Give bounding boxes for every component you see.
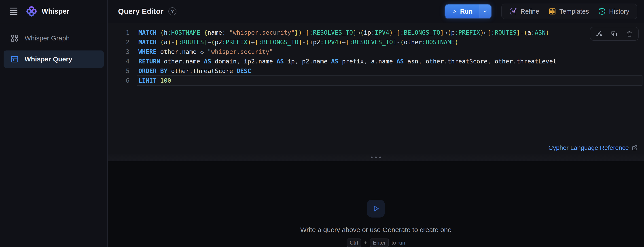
templates-label: Templates	[560, 8, 589, 15]
history-icon	[598, 7, 606, 15]
line-number: 2	[108, 37, 134, 47]
copy-icon	[611, 30, 618, 37]
ctrl-key: Ctrl	[346, 239, 361, 247]
code-line[interactable]: 2MATCH (a)-[:ROUTES]→(p2:PREFIX)←[:BELON…	[108, 37, 644, 47]
code-line[interactable]: 3WHERE other.name ◇ "whisper.security"	[108, 47, 644, 56]
sidebar-item-label: Whisper Query	[24, 55, 72, 63]
graph-nodes-icon	[10, 34, 19, 42]
delete-button[interactable]	[626, 30, 633, 37]
sidebar-item-whisper-graph[interactable]: Whisper Graph	[4, 29, 104, 47]
code-text[interactable]: ORDER BY other.threatScore DESC	[137, 66, 642, 76]
broom-icon	[596, 30, 602, 37]
history-button[interactable]: History	[594, 4, 634, 19]
line-number: 6	[108, 76, 134, 85]
main-area: Query Editor ? Run	[108, 0, 644, 247]
sidebar-nav: Whisper Graph Whisper Query	[0, 23, 107, 68]
toolbar-group: AI Refine Templates	[501, 3, 637, 19]
help-icon[interactable]: ?	[168, 7, 176, 15]
code-line[interactable]: 6LIMIT 100	[108, 76, 644, 85]
header-divider	[496, 6, 496, 16]
code-text[interactable]: LIMIT 100	[137, 76, 642, 85]
sidebar-item-whisper-query[interactable]: Whisper Query	[4, 50, 104, 68]
plus-sign: +	[364, 240, 367, 246]
templates-button[interactable]: Templates	[544, 4, 594, 19]
table-icon	[548, 7, 556, 15]
run-empty-state-button[interactable]	[367, 200, 385, 218]
code-lines: 1MATCH (h:HOSTNAME {name: "whisper.secur…	[108, 23, 644, 85]
cypher-reference-label: Cypher Language Reference	[548, 144, 629, 151]
enter-key: Enter	[370, 239, 389, 247]
pane-splitter-handle[interactable]	[108, 154, 644, 161]
run-shortcut-hint: Ctrl + Enter to run	[346, 239, 405, 247]
terminal-window-icon	[10, 55, 19, 63]
external-link-icon	[632, 145, 638, 151]
svg-text:AI: AI	[512, 9, 515, 13]
run-button[interactable]: Run	[445, 4, 479, 18]
sidebar-header: Whisper	[0, 0, 107, 23]
query-editor-pane[interactable]: 1MATCH (h:HOSTNAME {name: "whisper.secur…	[108, 23, 644, 161]
line-number: 3	[108, 47, 134, 56]
run-options-button[interactable]	[479, 4, 491, 18]
trash-icon	[626, 30, 633, 37]
line-number: 1	[108, 28, 134, 37]
code-line[interactable]: 5ORDER BY other.threatScore DESC	[108, 66, 644, 76]
run-label: Run	[460, 8, 472, 15]
chevron-down-icon	[483, 9, 488, 14]
editor-actions	[590, 27, 639, 41]
code-line[interactable]: 1MATCH (h:HOSTNAME {name: "whisper.secur…	[108, 28, 644, 37]
empty-state-text: Write a query above or use Generate to c…	[300, 226, 452, 234]
title-wrap: Query Editor ?	[118, 7, 445, 16]
menu-icon[interactable]	[9, 7, 18, 16]
line-number: 4	[108, 56, 134, 66]
shortcut-suffix: to run	[392, 240, 405, 246]
header-actions: Run	[445, 3, 637, 19]
whisper-logo-icon	[26, 6, 37, 16]
code-text[interactable]: RETURN other.name AS domain, ip2.name AS…	[137, 56, 642, 66]
refine-button[interactable]: AI Refine	[505, 4, 544, 19]
play-icon	[452, 9, 457, 14]
app-root: Whisper Whisper Graph	[0, 0, 644, 247]
run-split-button: Run	[445, 4, 491, 18]
sidebar: Whisper Whisper Graph	[0, 0, 108, 247]
play-icon	[372, 205, 380, 213]
ai-sparkle-icon: AI	[510, 7, 518, 15]
code-text[interactable]: WHERE other.name ◇ "whisper.security"	[137, 47, 642, 56]
sidebar-item-label: Whisper Graph	[24, 34, 70, 42]
topbar: Query Editor ? Run	[108, 0, 644, 23]
line-number: 5	[108, 66, 134, 76]
copy-button[interactable]	[611, 30, 618, 37]
refine-label: Refine	[520, 8, 539, 15]
code-text[interactable]: MATCH (h:HOSTNAME {name: "whisper.securi…	[137, 28, 642, 37]
results-pane: Write a query above or use Generate to c…	[108, 161, 644, 247]
code-text[interactable]: MATCH (a)-[:ROUTES]→(p2:PREFIX)←[:BELONG…	[137, 37, 642, 47]
cypher-reference-link[interactable]: Cypher Language Reference	[548, 144, 638, 151]
format-button[interactable]	[596, 30, 602, 37]
brand: Whisper	[26, 6, 69, 16]
code-line[interactable]: 4RETURN other.name AS domain, ip2.name A…	[108, 56, 644, 66]
history-label: History	[609, 8, 629, 15]
brand-name: Whisper	[42, 7, 69, 15]
page-title: Query Editor	[118, 7, 164, 16]
